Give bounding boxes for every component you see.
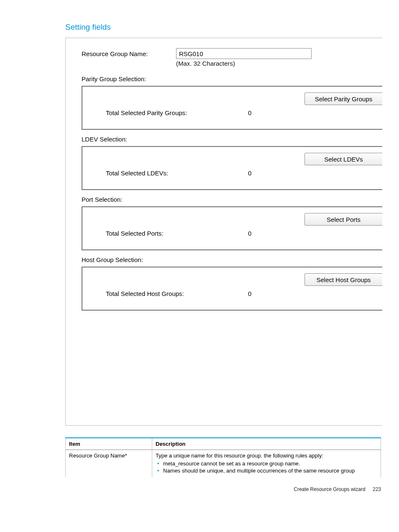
table-header-item: Item [66, 438, 152, 450]
ldev-count-value: 0 [248, 170, 251, 177]
description-bullet: Names should be unique, and multiple occ… [156, 468, 377, 474]
ldev-selection-label: LDEV Selection: [82, 136, 382, 143]
parity-count-value: 0 [248, 109, 251, 116]
port-count-label: Total Selected Ports: [106, 230, 248, 237]
host-count-label: Total Selected Host Groups: [106, 290, 248, 297]
table-cell-item: Resource Group Name* [66, 450, 152, 478]
section-heading: Setting fields [65, 23, 382, 32]
select-host-groups-button[interactable]: Select Host Groups [304, 273, 382, 286]
parity-group-selection-label: Parity Group Selection: [82, 75, 382, 82]
table-row: Resource Group Name* Type a unique name … [66, 450, 381, 478]
parity-group-selection-box: Select Parity Groups Total Selected Pari… [82, 86, 382, 130]
resource-group-name-label: Resource Group Name: [82, 50, 176, 57]
description-intro: Type a unique name for this resource gro… [156, 452, 323, 459]
settings-panel: Resource Group Name: (Max. 32 Characters… [65, 38, 382, 426]
ldev-selection-box: Select LDEVs Total Selected LDEVs: 0 [82, 146, 382, 190]
host-count-value: 0 [248, 290, 251, 297]
footer-text: Create Resource Groups wizard [294, 486, 365, 492]
table-header-description: Description [152, 438, 381, 450]
resource-group-name-input[interactable] [176, 48, 312, 59]
port-selection-label: Port Selection: [82, 196, 382, 203]
table-cell-description: Type a unique name for this resource gro… [152, 450, 381, 478]
resource-group-name-hint: (Max. 32 Characters) [176, 60, 382, 67]
port-count-value: 0 [248, 230, 251, 237]
port-selection-box: Select Ports Total Selected Ports: 0 [82, 206, 382, 250]
parity-count-label: Total Selected Parity Groups: [106, 109, 248, 116]
select-ports-button[interactable]: Select Ports [304, 213, 382, 226]
host-group-selection-label: Host Group Selection: [82, 256, 382, 263]
select-parity-groups-button[interactable]: Select Parity Groups [304, 93, 382, 105]
description-bullet: meta_resource cannot be set as a resourc… [156, 460, 377, 467]
ldev-count-label: Total Selected LDEVs: [106, 170, 248, 177]
page-footer: Create Resource Groups wizard 223 [65, 486, 381, 492]
select-ldevs-button[interactable]: Select LDEVs [304, 153, 382, 165]
description-table: Item Description Resource Group Name* Ty… [65, 437, 381, 477]
page-number: 223 [373, 486, 381, 492]
host-group-selection-box: Select Host Groups Total Selected Host G… [82, 267, 382, 311]
